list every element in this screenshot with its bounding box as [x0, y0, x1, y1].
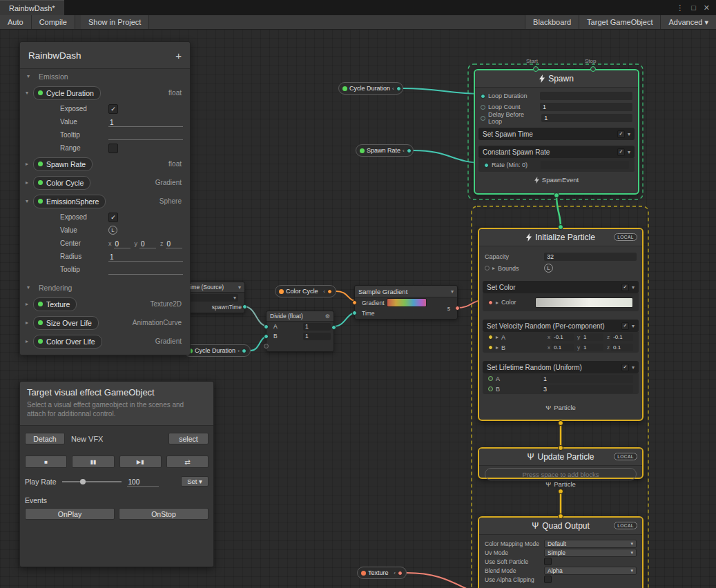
property-color-cycle[interactable]: ▸ Color Cycle Gradient	[20, 173, 190, 192]
use-alpha-clipping-checkbox[interactable]	[544, 576, 552, 583]
set-rate-dropdown[interactable]: Set ▾	[181, 476, 209, 487]
capacity-field[interactable]: 32	[544, 253, 637, 261]
property-color-over-life[interactable]: ▸ Color Over Life Gradient	[20, 332, 190, 355]
value-field[interactable]: 1	[108, 117, 183, 127]
context-node-initialize-particle[interactable]: Initialize Particle LOCAL Capacity 32 ▸ …	[478, 228, 644, 421]
velocity-b-port[interactable]	[488, 345, 493, 350]
block-set-velocity-random[interactable]: Set Velocity Random (Per-component) ✓ ▾	[483, 320, 639, 332]
auto-button[interactable]: Auto	[0, 15, 32, 29]
divide-b-port[interactable]	[264, 334, 269, 339]
chevron-right-icon[interactable]: ▸	[26, 179, 33, 186]
chevron-down-icon[interactable]: ▾	[628, 149, 630, 155]
color-gradient-swatch[interactable]	[535, 297, 633, 308]
spawn-output-port[interactable]	[554, 193, 559, 198]
chevron-down-icon[interactable]: ▾	[632, 364, 635, 371]
property-emission-sphere[interactable]: ▾ EmissionSphere Sphere	[20, 192, 190, 210]
pause-button[interactable]: ▮▮	[72, 455, 114, 468]
spawn-start-port[interactable]	[533, 66, 539, 72]
exposed-checkbox[interactable]: ✓	[108, 213, 118, 222]
tooltip-field[interactable]	[108, 264, 183, 275]
collapse-chevron-icon[interactable]: ‹	[403, 148, 405, 154]
collapse-chevron-icon[interactable]: ‹	[392, 86, 394, 92]
show-in-project-button[interactable]: Show in Project	[81, 15, 149, 29]
velocity-b-y-field[interactable]: 1	[581, 344, 603, 351]
lifetime-a-port[interactable]	[488, 376, 493, 381]
loop-count-field[interactable]: 1	[540, 103, 632, 111]
chevron-down-icon[interactable]: ▾	[26, 198, 33, 204]
uv-mode-dropdown[interactable]: Simple ▾	[544, 549, 637, 557]
step-button[interactable]: ▶▮	[119, 455, 162, 468]
velocity-a-port[interactable]	[488, 335, 493, 340]
chevron-down-icon[interactable]: ▾	[27, 73, 35, 79]
tooltip-field[interactable]	[108, 130, 183, 140]
detach-button[interactable]: Detach	[25, 433, 65, 444]
time-input-port[interactable]	[352, 311, 357, 315]
color-port[interactable]	[488, 300, 493, 305]
bounds-port[interactable]	[485, 266, 490, 271]
compile-button[interactable]: Compile	[32, 15, 75, 29]
add-blocks-placeholder[interactable]: Press space to add blocks	[485, 468, 637, 480]
section-rendering[interactable]: ▾ Rendering	[20, 280, 190, 295]
initialize-output-port[interactable]	[558, 420, 563, 426]
block-enabled-checkbox[interactable]: ✓	[617, 148, 625, 156]
output-port[interactable]	[407, 148, 412, 153]
advanced-dropdown[interactable]: Advanced ▾	[660, 15, 716, 29]
chevron-right-icon[interactable]: ▸	[26, 161, 33, 167]
chevron-right-icon[interactable]: ▸	[26, 338, 33, 344]
context-node-quad-output[interactable]: Ψ Quad Output LOCAL Color Mapping Mode D…	[478, 516, 644, 588]
chevron-down-icon[interactable]: ▾	[238, 284, 241, 291]
chevron-down-icon[interactable]: ▾	[451, 288, 454, 295]
context-node-update-particle[interactable]: Ψ Update Particle LOCAL Press space to a…	[478, 447, 644, 479]
center-x-field[interactable]: 0	[114, 238, 130, 248]
param-node-cycle-duration-top[interactable]: Cycle Duration ‹	[338, 82, 403, 95]
context-node-spawn[interactable]: Spawn Loop Duration Loop Count 1 Delay B…	[474, 69, 639, 195]
property-size-over-life[interactable]: ▸ Size Over Life AnimationCurve	[20, 313, 190, 332]
radius-field[interactable]: 1	[108, 251, 183, 262]
chevron-down-icon[interactable]: ▾	[628, 131, 630, 137]
divide-b-field[interactable]: 1	[303, 333, 331, 340]
lifetime-b-field[interactable]: 3	[541, 385, 633, 393]
range-checkbox[interactable]	[108, 144, 118, 153]
rate-port[interactable]	[484, 163, 489, 168]
chevron-down-icon[interactable]: ▾	[27, 284, 35, 291]
section-emission[interactable]: ▾ Emission	[20, 69, 190, 84]
play-rate-field[interactable]: 100	[127, 476, 159, 487]
block-enabled-checkbox[interactable]: ✓	[621, 364, 629, 371]
tab-rainbwdash[interactable]: RainbwDash*	[0, 0, 64, 15]
divide-add-port[interactable]	[264, 344, 269, 349]
chevron-right-icon[interactable]: ▸	[26, 320, 33, 326]
collapse-chevron-icon[interactable]: ‹	[238, 348, 240, 354]
collapse-chevron-icon[interactable]: ‹	[323, 288, 325, 295]
window-menu-icon[interactable]: ⋮	[676, 3, 684, 12]
rate-field[interactable]	[541, 161, 629, 169]
chevron-right-icon[interactable]: ▸	[492, 265, 495, 271]
edge-spawn-to-initialize[interactable]	[557, 195, 561, 227]
color-mapping-mode-dropdown[interactable]: Default ▾	[544, 540, 637, 548]
collapse-chevron-icon[interactable]: ‹	[394, 570, 396, 576]
delay-before-loop-field[interactable]: 1	[541, 114, 632, 122]
bounds-lock-badge[interactable]: L	[544, 264, 553, 273]
divide-a-field[interactable]: 1	[303, 323, 331, 331]
center-z-field[interactable]: 0	[166, 238, 182, 248]
divide-a-port[interactable]	[264, 324, 269, 329]
gradient-input-port[interactable]	[352, 300, 357, 305]
lifetime-a-field[interactable]: 1	[541, 375, 633, 383]
target-gameobject-toggle-button[interactable]: Target GameObject	[579, 15, 660, 29]
sample-output-port[interactable]	[455, 306, 460, 311]
delay-before-loop-port[interactable]	[481, 116, 485, 121]
use-soft-particle-checkbox[interactable]	[544, 558, 552, 565]
velocity-a-z-field[interactable]: -0.1	[611, 333, 633, 341]
edge-cycleduration-to-loopduration[interactable]	[403, 88, 483, 94]
output-port[interactable]	[327, 289, 332, 294]
property-texture[interactable]: ▸ Texture Texture2D	[20, 295, 190, 313]
param-node-spawn-rate[interactable]: Spawn Rate ‹	[356, 144, 414, 157]
blend-mode-dropdown[interactable]: Alpha ▾	[544, 567, 637, 575]
edge-spawntime-to-divide-a[interactable]	[244, 306, 269, 326]
edge-spawnrate-to-rate[interactable]	[414, 150, 483, 163]
blackboard-toggle-button[interactable]: Blackboard	[525, 15, 579, 29]
velocity-a-y-field[interactable]: 1	[581, 333, 603, 341]
onplay-button[interactable]: OnPlay	[25, 508, 115, 520]
loop-duration-port[interactable]	[481, 94, 485, 99]
output-port[interactable]	[398, 571, 403, 576]
maximize-icon[interactable]: □	[691, 3, 696, 12]
